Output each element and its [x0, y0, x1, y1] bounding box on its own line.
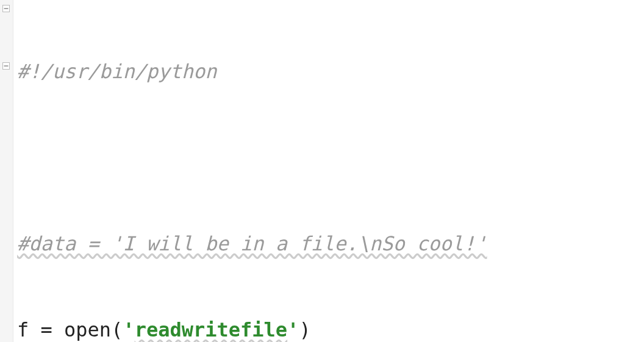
string-quote: ' — [287, 316, 299, 342]
editor-gutter — [0, 0, 13, 342]
string-quote: ' — [123, 316, 134, 342]
string-literal: readwritefile — [135, 316, 287, 342]
fold-minus-icon[interactable] — [2, 5, 10, 12]
code-text: ) — [299, 316, 310, 342]
code-line-empty — [17, 144, 644, 172]
code-editor[interactable]: #!/usr/bin/python #data = 'I will be in … — [13, 0, 644, 342]
code-line: f = open('readwritefile') — [17, 316, 644, 342]
code-line: #data = 'I will be in a file.\nSo cool!' — [17, 230, 644, 258]
code-text: f = open( — [17, 316, 123, 342]
fold-minus-icon[interactable] — [2, 62, 10, 70]
code-line: #!/usr/bin/python — [17, 57, 644, 86]
shebang-comment: #!/usr/bin/python — [17, 57, 217, 86]
comment-text: #data = 'I will be in a file.\nSo cool!' — [17, 230, 487, 258]
